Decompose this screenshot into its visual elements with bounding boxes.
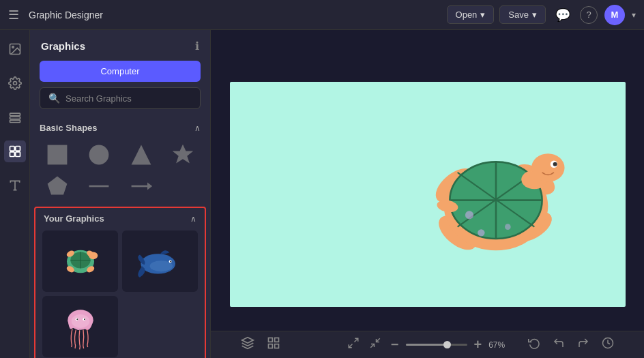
main-layout: Graphics ℹ Computer 🔍 Search Graphics Ba… [0,30,644,358]
shape-line[interactable] [82,174,117,198]
zoom-controls: − + 67% [345,334,510,355]
svg-rect-3 [10,113,20,115]
bottom-left-buttons [238,333,283,356]
app-title: Graphic Designer [29,10,440,20]
svg-point-13 [89,145,109,165]
sidebar-item-layers[interactable] [4,106,26,128]
search-placeholder-text: Search Graphics [65,93,132,104]
canvas-area: − + 67% [211,30,644,358]
svg-rect-6 [10,147,14,151]
svg-point-1 [12,46,13,48]
topbar-right: 💬 ? M ▾ [553,5,636,25]
svg-marker-15 [173,145,194,164]
svg-rect-8 [10,152,14,157]
graphic-item-turtle[interactable] [42,230,118,292]
your-graphics-section: Your Graphics ∧ [34,207,206,358]
chat-icon-button[interactable]: 💬 [553,5,573,25]
canvas-wrapper[interactable] [230,82,626,307]
avatar-chevron: ▾ [632,10,636,20]
basic-shapes-title: Basic Shapes [40,123,98,133]
your-graphics-chevron: ∧ [190,214,196,224]
avatar[interactable]: M [604,5,625,25]
redo-button[interactable] [574,334,592,355]
svg-point-32 [170,260,171,262]
search-icon: 🔍 [48,93,60,104]
svg-point-52 [505,224,511,230]
undo-button[interactable] [550,334,568,355]
info-icon[interactable]: ℹ [195,40,199,53]
svg-rect-7 [15,147,20,151]
bottom-bar: − + 67% [211,331,644,358]
svg-point-49 [553,162,557,166]
panel-header: Graphics ℹ [30,30,210,58]
bottom-right-buttons [525,334,617,355]
history-button[interactable] [599,334,617,355]
graphics-grid [37,228,203,358]
expand-button[interactable] [345,334,362,355]
shape-pentagon[interactable] [40,174,75,198]
canvas-turtle-graphic[interactable] [407,102,585,286]
svg-rect-5 [10,120,20,122]
zoom-in-button[interactable]: + [471,334,485,355]
svg-point-47 [531,153,565,182]
shapes-grid [30,138,210,207]
grid-button[interactable] [264,333,283,356]
svg-point-36 [76,318,78,320]
graphic-item-jellyfish[interactable] [42,296,118,357]
zoom-percentage: 67% [488,340,510,350]
your-graphics-header[interactable]: Your Graphics ∧ [37,209,203,228]
layers-button[interactable] [238,333,257,356]
sidebar-item-graphics[interactable] [4,140,26,162]
svg-line-60 [349,344,352,348]
search-box[interactable]: 🔍 Search Graphics [40,87,201,109]
basic-shapes-header[interactable]: Basic Shapes ∧ [30,117,210,138]
zoom-slider-fill [406,344,446,346]
svg-point-38 [84,318,85,320]
shape-arrow[interactable] [123,174,159,198]
shape-square[interactable] [40,143,75,167]
topbar: ☰ Graphic Designer Open ▾ Save ▾ 💬 ? M ▾ [0,0,644,30]
svg-marker-19 [147,183,152,190]
open-button[interactable]: Open ▾ [447,5,495,24]
sidebar-item-settings[interactable] [4,72,26,94]
svg-rect-4 [10,117,20,119]
bottom-bar-inner: − + 67% [224,331,630,358]
svg-line-62 [376,338,379,342]
svg-point-50 [465,211,473,219]
zoom-slider[interactable] [406,344,467,346]
svg-line-61 [370,344,374,348]
basic-shapes-chevron: ∧ [194,123,201,133]
svg-marker-54 [242,338,254,343]
svg-marker-16 [47,177,67,195]
zoom-slider-thumb[interactable] [443,341,451,348]
compress-button[interactable] [366,334,384,355]
computer-button[interactable]: Computer [40,61,201,82]
svg-point-2 [13,82,16,85]
menu-icon[interactable]: ☰ [8,8,19,23]
svg-rect-57 [269,344,273,348]
shape-circle[interactable] [82,143,117,167]
svg-marker-14 [131,145,151,165]
svg-point-51 [478,229,484,236]
left-panel: Graphics ℹ Computer 🔍 Search Graphics Ba… [30,30,211,358]
svg-rect-12 [47,145,67,165]
help-icon-button[interactable]: ? [580,6,598,24]
icon-bar [0,30,30,358]
svg-rect-55 [269,338,273,342]
svg-point-34 [71,314,89,328]
svg-rect-9 [15,152,20,157]
sidebar-item-text[interactable] [4,175,26,196]
panel-title: Graphics [41,40,85,52]
svg-rect-56 [275,338,279,342]
sidebar-item-image[interactable] [4,38,26,60]
zoom-out-button[interactable]: − [388,334,402,355]
svg-line-59 [354,338,357,342]
svg-rect-58 [275,344,279,348]
shape-triangle[interactable] [123,143,159,167]
graphic-item-whale[interactable] [122,230,198,292]
shape-star[interactable] [166,143,201,167]
save-button[interactable]: Save ▾ [499,5,546,24]
your-graphics-title: Your Graphics [44,213,104,224]
refresh-button[interactable] [525,334,543,355]
